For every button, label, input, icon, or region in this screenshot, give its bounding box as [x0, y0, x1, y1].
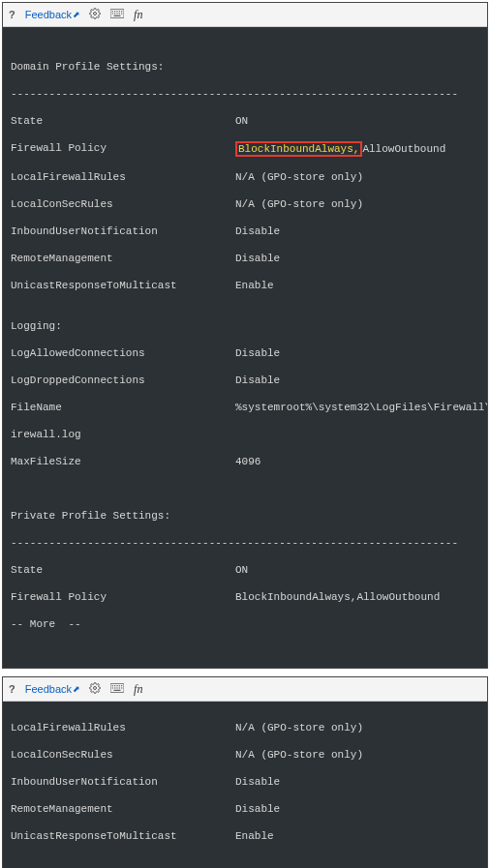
kv-value: Disable — [235, 224, 479, 238]
kv-row: LogAllowedConnectionsDisable — [11, 346, 479, 360]
kv-key: RemoteManagement — [11, 802, 235, 816]
toolbar: ? Feedback⬈ fn — [3, 677, 487, 702]
svg-rect-20 — [112, 687, 113, 688]
kv-row: UnicastResponseToMulticastEnable — [11, 829, 479, 843]
kv-value: ON — [235, 114, 479, 128]
svg-rect-9 — [116, 13, 117, 14]
kv-key: MaxFileSize — [11, 455, 235, 468]
terminal-output: Domain Profile Settings: ---------------… — [3, 27, 487, 668]
svg-rect-17 — [116, 685, 117, 686]
kv-key: LogAllowedConnections — [11, 346, 235, 360]
help-icon[interactable]: ? — [9, 683, 15, 695]
kv-value: N/A (GPO-store only) — [235, 170, 479, 184]
svg-rect-19 — [121, 685, 122, 686]
kv-value: Enable — [235, 279, 479, 292]
help-icon[interactable]: ? — [9, 9, 15, 20]
terminal-panel-2: ? Feedback⬈ fn LocalFirewallRulesN/A (GP… — [2, 676, 488, 868]
section-heading-domain: Domain Profile Settings: — [11, 60, 479, 74]
svg-rect-7 — [112, 13, 113, 14]
kv-value: Disable — [235, 252, 479, 265]
kv-value: Disable — [235, 346, 479, 360]
kv-key: UnicastResponseToMulticast — [11, 829, 235, 843]
kv-value: %systemroot%\system32\LogFiles\Firewall\… — [235, 401, 487, 414]
kv-value: ON — [235, 563, 479, 577]
divider-line: ----------------------------------------… — [11, 536, 479, 550]
kv-value: Disable — [235, 374, 479, 387]
highlighted-value: BlockInboundAlways, — [235, 141, 362, 157]
kv-value: Disable — [235, 802, 479, 816]
kv-row: LocalFirewallRulesN/A (GPO-store only) — [11, 721, 479, 734]
svg-rect-2 — [112, 11, 113, 12]
kv-key: LocalFirewallRules — [11, 170, 235, 184]
kv-row: Firewall PolicyBlockInboundAlways,AllowO… — [11, 141, 479, 157]
svg-rect-5 — [119, 11, 120, 12]
kv-value: N/A (GPO-store only) — [235, 197, 479, 211]
kv-row: MaxFileSize4096 — [11, 455, 479, 468]
keyboard-icon[interactable] — [110, 9, 124, 20]
svg-rect-8 — [114, 13, 115, 14]
kv-row: LocalConSecRulesN/A (GPO-store only) — [11, 197, 479, 211]
svg-rect-24 — [121, 687, 122, 688]
kv-key: LocalConSecRules — [11, 748, 235, 762]
kv-row: LocalConSecRulesN/A (GPO-store only) — [11, 748, 479, 762]
kv-row: UnicastResponseToMulticastEnable — [11, 279, 479, 292]
kv-value: Enable — [235, 829, 479, 843]
svg-rect-21 — [114, 687, 115, 688]
output-line: irewall.log — [11, 428, 479, 441]
kv-value: N/A (GPO-store only) — [235, 748, 479, 762]
feedback-link[interactable]: Feedback⬈ — [25, 683, 79, 695]
terminal-output: LocalFirewallRulesN/A (GPO-store only) L… — [3, 702, 487, 868]
kv-row: InboundUserNotificationDisable — [11, 224, 479, 238]
kv-row: InboundUserNotificationDisable — [11, 775, 479, 789]
svg-rect-18 — [119, 685, 120, 686]
kv-value: N/A (GPO-store only) — [235, 721, 479, 734]
kv-key: UnicastResponseToMulticast — [11, 279, 235, 292]
kv-key: RemoteManagement — [11, 252, 235, 265]
svg-rect-23 — [119, 687, 120, 688]
kv-row: LogDroppedConnectionsDisable — [11, 374, 479, 387]
kv-key: InboundUserNotification — [11, 775, 235, 789]
toolbar: ? Feedback⬈ fn — [3, 3, 487, 27]
kv-key: State — [11, 563, 235, 577]
kv-value: BlockInboundAlways,AllowOutbound — [235, 141, 479, 157]
kv-row: RemoteManagementDisable — [11, 802, 479, 816]
divider-line: ----------------------------------------… — [11, 87, 479, 101]
svg-rect-6 — [121, 11, 122, 12]
gear-icon[interactable] — [89, 8, 101, 21]
svg-rect-22 — [116, 687, 117, 688]
kv-row: StateON — [11, 563, 479, 577]
keyboard-icon[interactable] — [110, 683, 124, 695]
svg-point-13 — [94, 687, 97, 690]
section-heading-logging: Logging: — [11, 319, 479, 333]
kv-key: LogDroppedConnections — [11, 374, 235, 387]
svg-rect-11 — [121, 13, 122, 14]
kv-key: Firewall Policy — [11, 590, 235, 604]
kv-row: StateON — [11, 114, 479, 128]
kv-row: Firewall PolicyBlockInboundAlways,AllowO… — [11, 590, 479, 604]
fn-label: fn — [134, 682, 142, 697]
kv-value: BlockInboundAlways,AllowOutbound — [235, 590, 479, 604]
svg-rect-16 — [114, 685, 115, 686]
svg-rect-10 — [119, 13, 120, 14]
kv-value: Disable — [235, 775, 479, 789]
kv-key: LocalFirewallRules — [11, 721, 235, 734]
fn-label: fn — [134, 8, 142, 22]
kv-row: FileName%systemroot%\system32\LogFiles\F… — [11, 401, 479, 414]
svg-rect-12 — [114, 15, 121, 16]
svg-point-0 — [94, 13, 97, 15]
kv-key: LocalConSecRules — [11, 197, 235, 211]
svg-rect-25 — [114, 690, 121, 691]
svg-rect-15 — [112, 685, 113, 686]
kv-row: LocalFirewallRulesN/A (GPO-store only) — [11, 170, 479, 184]
terminal-panel-1: ? Feedback⬈ fn Domain Profile Settings: … — [2, 2, 488, 669]
kv-value: 4096 — [235, 455, 479, 468]
svg-rect-3 — [114, 11, 115, 12]
svg-rect-4 — [116, 11, 117, 12]
kv-key: InboundUserNotification — [11, 224, 235, 238]
gear-icon[interactable] — [89, 682, 101, 696]
kv-row: RemoteManagementDisable — [11, 252, 479, 265]
feedback-link[interactable]: Feedback⬈ — [25, 9, 79, 20]
more-prompt: -- More -- — [11, 617, 479, 631]
kv-key: FileName — [11, 401, 235, 414]
kv-key: State — [11, 114, 235, 128]
